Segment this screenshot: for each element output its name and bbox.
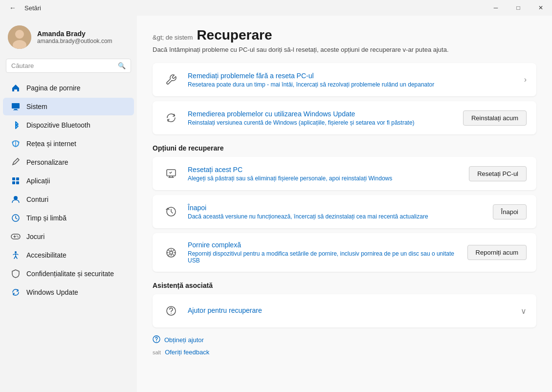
- user-profile: Amanda Brady amanda.brady@outlook.com: [0, 22, 137, 57]
- titlebar-title: Setări: [24, 4, 41, 12]
- go-back-button[interactable]: Înapoi: [493, 204, 527, 219]
- sidebar-item-privacy[interactable]: Confidențialitate și securitate: [3, 265, 134, 283]
- minimize-button[interactable]: ─: [485, 0, 507, 16]
- search-input[interactable]: [11, 62, 114, 69]
- fix-problems-card: Remediați problemele fără a reseta PC-ul…: [153, 63, 536, 96]
- advanced-startup-card: Pornire complexă Reporniți dispozitivul …: [153, 233, 536, 272]
- svg-rect-8: [16, 177, 19, 180]
- feedback-link[interactable]: salt Oferiți feedback: [153, 348, 536, 356]
- svg-rect-5: [13, 110, 18, 110]
- back-button[interactable]: ←: [6, 1, 20, 15]
- fix-problems-desc-text: Resetarea poate dura un timp - mai întâi…: [188, 81, 434, 88]
- restart-button[interactable]: Reporniți acum: [467, 245, 527, 260]
- reset-pc-button-container: Resetați PC-ul: [469, 166, 527, 181]
- windows-update-fix-desc: Reinstalați versiunea curentă de Windows…: [188, 119, 455, 126]
- apps-icon: [11, 176, 21, 186]
- sidebar-item-gaming-label: Jocuri: [26, 233, 44, 240]
- help-recovery-text: Ajutor pentru recuperare: [188, 306, 513, 316]
- update-icon: [11, 287, 21, 297]
- fix-problems-desc: Resetarea poate dura un timp - mai întâi…: [188, 81, 516, 88]
- sidebar-item-gaming[interactable]: Jocuri: [3, 228, 134, 245]
- sidebar-item-personalize-label: Personalizare: [26, 158, 68, 166]
- reset-pc-card: Resetați acest PC Alegeți să păstrați sa…: [153, 157, 536, 190]
- go-back-desc: Dacă această versiune nu funcționează, î…: [188, 213, 485, 220]
- titlebar: ← Setări ─ □ ✕: [0, 0, 552, 16]
- gaming-icon: [11, 232, 21, 241]
- svg-point-1: [15, 30, 24, 39]
- sidebar-item-personalize[interactable]: Personalizare: [3, 153, 134, 171]
- feedback-label: Oferiți feedback: [165, 348, 209, 356]
- recovery-section-title: Opțiuni de recuperare: [153, 144, 536, 152]
- help-recovery-card[interactable]: Ajutor pentru recuperare ∨: [153, 294, 536, 327]
- reset-pc-desc-link: Windows: [369, 175, 393, 182]
- reset-pc-desc-plain: Alegeți să păstrați sau să eliminați fiș…: [188, 175, 367, 182]
- advanced-startup-desc-plain: Reporniți dispozitivul pentru a modifica…: [188, 250, 454, 257]
- sidebar-item-update[interactable]: Windows Update: [3, 283, 134, 301]
- sidebar-item-home-label: Pagina de pornire: [26, 84, 81, 92]
- sidebar-item-accessibility[interactable]: Accesibilitate: [3, 246, 134, 264]
- personalize-icon: [11, 157, 21, 167]
- titlebar-controls: ─ □ ✕: [485, 0, 552, 16]
- fix-problems-chevron[interactable]: ›: [524, 75, 527, 84]
- sidebar-item-system[interactable]: Sistem: [3, 98, 134, 115]
- fix-problems-title: Remediați problemele fără a reseta PC-ul: [188, 72, 516, 80]
- windows-update-fix-text: Remedierea problemelor cu utilizarea Win…: [188, 110, 455, 126]
- user-name: Amanda Brady: [37, 30, 112, 38]
- svg-rect-9: [12, 181, 15, 184]
- svg-rect-7: [12, 177, 15, 180]
- sidebar-item-apps[interactable]: Aplicații: [3, 172, 134, 190]
- advanced-startup-icon: [162, 244, 180, 261]
- svg-rect-10: [16, 181, 19, 184]
- chevron-right-icon: ›: [524, 75, 527, 84]
- sidebar-item-accounts[interactable]: Conturi: [3, 191, 134, 208]
- help-recovery-expand[interactable]: ∨: [521, 306, 527, 316]
- reinstall-button[interactable]: Reinstalați acum: [463, 110, 527, 126]
- restart-button-container: Reporniți acum: [467, 245, 527, 260]
- windows-update-desc-plain: Reinstalați versiunea curentă de: [188, 119, 271, 126]
- maximize-button[interactable]: □: [507, 0, 530, 16]
- sidebar-item-home[interactable]: Pagina de pornire: [3, 79, 134, 97]
- windows-update-desc-plain2: (aplicațiile, fișierele și setarea vor f…: [299, 119, 415, 126]
- titlebar-left: ← Setări: [6, 1, 41, 15]
- get-help-icon: [153, 335, 160, 345]
- svg-point-14: [17, 236, 18, 237]
- sidebar-item-apps-label: Aplicații: [26, 177, 50, 185]
- reset-pc-desc: Alegeți să păstrați sau să eliminați fiș…: [188, 175, 461, 182]
- advanced-startup-desc: Reporniți dispozitivul pentru a modifica…: [188, 250, 460, 264]
- user-info: Amanda Brady amanda.brady@outlook.com: [37, 30, 112, 44]
- app-body: Amanda Brady amanda.brady@outlook.com 🔍 …: [0, 16, 552, 392]
- sidebar-item-bluetooth[interactable]: Dispozitive Bluetooth: [3, 116, 134, 134]
- windows-update-fix-title: Remedierea problemelor cu utilizarea Win…: [188, 110, 455, 118]
- sidebar-item-time-label: Timp și limbă: [26, 214, 66, 222]
- bluetooth-icon: [11, 120, 21, 130]
- main-content: &gt; de sistem Recuperare Dacă întâmpina…: [137, 16, 552, 392]
- windows-update-desc-link: Windows: [273, 119, 297, 126]
- help-recovery-icon: [162, 302, 180, 320]
- svg-point-22: [171, 313, 172, 314]
- network-icon: [11, 139, 21, 149]
- close-button[interactable]: ✕: [530, 0, 552, 16]
- svg-point-11: [14, 196, 18, 200]
- windows-update-icon: [162, 109, 180, 127]
- sidebar-item-bluetooth-label: Dispozitive Bluetooth: [26, 121, 90, 129]
- system-icon: [11, 102, 21, 111]
- advanced-startup-desc-link: USB: [188, 257, 200, 264]
- footer-links: Obțineți ajutor salt Oferiți feedback: [153, 335, 536, 356]
- breadcrumb: &gt; de sistem: [153, 34, 193, 41]
- advanced-startup-text: Pornire complexă Reporniți dispozitivul …: [188, 241, 460, 264]
- search-container: 🔍: [6, 59, 131, 73]
- reset-pc-text: Resetați acest PC Alegeți să păstrați sa…: [188, 166, 461, 182]
- svg-point-20: [170, 251, 173, 254]
- sidebar-item-time[interactable]: Timp și limbă: [3, 209, 134, 227]
- advanced-startup-title: Pornire complexă: [188, 241, 460, 249]
- reset-pc-button[interactable]: Resetați PC-ul: [469, 166, 527, 181]
- reinstall-button-container: Reinstalați acum: [463, 110, 527, 126]
- sidebar-item-privacy-label: Confidențialitate și securitate: [26, 270, 114, 278]
- accessibility-icon: [11, 250, 21, 260]
- help-recovery-title: Ajutor pentru recuperare: [188, 306, 513, 314]
- go-back-icon: [162, 203, 180, 220]
- title-row: &gt; de sistem Recuperare: [153, 27, 536, 43]
- sidebar-item-network[interactable]: Rețea și internet: [3, 135, 134, 152]
- feedback-icon: salt: [153, 349, 161, 355]
- get-help-link[interactable]: Obțineți ajutor: [153, 335, 536, 345]
